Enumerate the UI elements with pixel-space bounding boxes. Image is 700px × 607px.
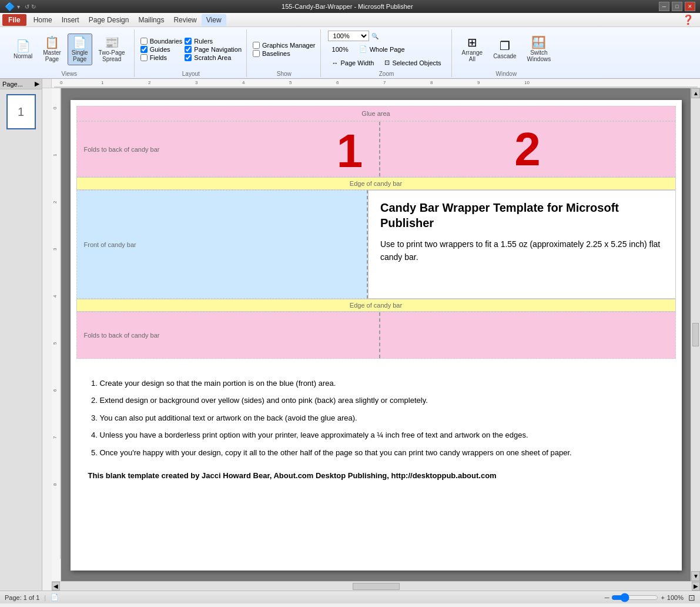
svg-text:6: 6 xyxy=(52,389,58,392)
title-bar: 🔷 ▾ ↺ ↻ 155-Candy-Bar-Wrapper - Microsof… xyxy=(0,0,700,13)
zoom-controls: ─ + 100% xyxy=(605,593,684,602)
layout-checkboxes-left: Boundaries Guides Fields xyxy=(140,35,183,64)
glue-area-label: Glue area xyxy=(361,110,390,117)
svg-text:7: 7 xyxy=(52,436,58,439)
zoom-group-label: Zoom xyxy=(379,71,394,77)
svg-text:3: 3 xyxy=(195,80,198,85)
switch-windows-icon: 🪟 xyxy=(531,36,546,48)
main-area: Page... ▶ 1 0 1 2 3 4 xyxy=(0,79,700,591)
front-label: Front of candy bar xyxy=(84,241,136,248)
help-icon[interactable]: ❓ xyxy=(679,13,698,26)
checkbox-graphics-manager[interactable]: Graphics Manager xyxy=(253,42,316,49)
page-panel-expand[interactable]: ▶ xyxy=(35,80,39,88)
graphics-manager-checkbox[interactable] xyxy=(253,42,260,49)
menu-item-home[interactable]: Home xyxy=(29,14,57,26)
rulers-checkbox[interactable] xyxy=(185,38,192,45)
window-title: 155-Candy-Bar-Wrapper - Microsoft Publis… xyxy=(36,3,659,10)
hscroll-thumb[interactable] xyxy=(353,583,400,590)
zoom-dropdown[interactable]: 100% 50% 75% 150% 200% xyxy=(328,31,369,41)
folds-back-top-label: Folds to back of candy bar xyxy=(84,146,160,153)
ribbon-btn-normal[interactable]: 📄 Normal xyxy=(9,37,36,62)
edge-bottom-label: Edge of candy bar xyxy=(350,302,402,309)
ribbon-btn-master-page[interactable]: 📋 MasterPage xyxy=(39,34,65,65)
svg-text:8: 8 xyxy=(430,80,433,85)
scratch-area-checkbox[interactable] xyxy=(185,54,192,61)
page-size-icon: 📄 xyxy=(51,593,59,601)
page-panel: Page... ▶ 1 xyxy=(0,79,42,591)
two-page-spread-icon: 📰 xyxy=(105,36,119,48)
checkbox-fields[interactable]: Fields xyxy=(140,54,183,61)
ribbon-btn-single-page[interactable]: 📄 SinglePage xyxy=(68,34,92,65)
status-divider: | xyxy=(44,594,46,601)
checkbox-rulers[interactable]: Rulers xyxy=(185,38,242,45)
checkbox-guides[interactable]: Guides xyxy=(140,46,183,53)
ribbon-btn-two-page-spread[interactable]: 📰 Two-PageSpread xyxy=(95,34,129,65)
page-info: Page: 1 of 1 xyxy=(5,594,39,601)
baselines-checkbox[interactable] xyxy=(253,50,260,57)
horizontal-scrollbar[interactable]: ◀ ▶ xyxy=(52,581,700,591)
zoom-out-button[interactable]: ─ xyxy=(605,594,609,601)
guides-checkbox[interactable] xyxy=(140,46,148,53)
page-panel-header: Page... ▶ xyxy=(0,79,42,89)
close-button[interactable]: ✕ xyxy=(685,2,695,11)
ribbon-group-zoom: 100% 50% 75% 150% 200% 🔍 100% xyxy=(322,29,452,77)
instruction-4: Unless you have a borderless print optio… xyxy=(100,428,664,442)
checkbox-baselines[interactable]: Baselines xyxy=(253,50,316,57)
ribbon: 📄 Normal 📋 MasterPage 📄 SinglePage 📰 Two… xyxy=(0,27,700,79)
zoom-slider[interactable] xyxy=(611,593,658,602)
minimize-button[interactable]: ─ xyxy=(659,2,669,11)
canvas-scroll[interactable]: Glue area Folds to back of candy bar 2 xyxy=(61,88,691,581)
ribbon-btn-selected-objects[interactable]: ⊡ Selected Objects xyxy=(380,57,445,68)
menu-item-view[interactable]: View xyxy=(202,14,226,26)
ribbon-btn-switch-windows[interactable]: 🪟 SwitchWindows xyxy=(523,34,555,65)
boundaries-checkbox[interactable] xyxy=(140,38,148,45)
page-navigation-checkbox[interactable] xyxy=(185,46,192,53)
section-number-1-container: 1 xyxy=(337,124,363,178)
page-canvas: Glue area Folds to back of candy bar 2 xyxy=(71,100,682,571)
zoom-in-button[interactable]: + xyxy=(661,594,664,601)
ribbon-btn-100pct[interactable]: 100% xyxy=(328,44,353,55)
vertical-scrollbar[interactable]: ▲ ▼ xyxy=(691,88,700,581)
window-controls[interactable]: ─ □ ✕ xyxy=(659,2,695,11)
hscroll-left[interactable]: ◀ xyxy=(52,582,60,591)
vscroll-up[interactable]: ▲ xyxy=(691,88,700,98)
svg-text:0: 0 xyxy=(52,106,58,109)
edge-bar-bottom: Edge of candy bar xyxy=(76,299,676,312)
page-thumbnail[interactable]: 1 xyxy=(6,94,36,129)
svg-text:4: 4 xyxy=(242,80,245,85)
ribbon-btn-page-width[interactable]: ↔ Page Width xyxy=(328,57,379,68)
hscroll-right[interactable]: ▶ xyxy=(692,582,700,591)
folds-back-bottom-label: Folds to back of candy bar xyxy=(84,332,160,339)
fit-page-button[interactable]: ⊡ xyxy=(688,593,695,602)
template-title: Candy Bar Wrapper Template for Microsoft… xyxy=(380,200,664,231)
menu-item-review[interactable]: Review xyxy=(169,14,201,26)
template-info-panel: Candy Bar Wrapper Template for Microsoft… xyxy=(368,190,676,299)
ribbon-btn-arrange-all[interactable]: ⊞ ArrangeAll xyxy=(458,34,487,65)
ribbon-btn-whole-page[interactable]: 📄 Whole Page xyxy=(355,44,409,55)
glue-area-section: Glue area xyxy=(76,106,676,121)
restore-button[interactable]: □ xyxy=(672,2,682,11)
fields-checkbox[interactable] xyxy=(140,54,148,61)
selected-objects-label: Selected Objects xyxy=(392,59,441,66)
folds-back-top-right: 2 xyxy=(380,122,675,176)
checkbox-scratch-area[interactable]: Scratch Area xyxy=(185,54,242,61)
checkbox-boundaries[interactable]: Boundaries xyxy=(140,38,183,45)
whole-page-label: Whole Page xyxy=(370,46,405,53)
menu-item-page-design[interactable]: Page Design xyxy=(84,14,134,26)
vscroll-thumb[interactable] xyxy=(692,323,699,346)
two-page-spread-label: Two-PageSpread xyxy=(99,49,125,62)
cascade-label: Cascade xyxy=(493,53,516,59)
instruction-1: Create your design so that the main port… xyxy=(100,376,664,390)
svg-text:10: 10 xyxy=(524,80,530,85)
menu-item-insert[interactable]: Insert xyxy=(57,14,84,26)
window-group-label: Window xyxy=(496,71,517,77)
zoom-icon: 🔍 xyxy=(371,33,379,39)
menu-item-file[interactable]: File xyxy=(2,14,26,26)
ribbon-btn-cascade[interactable]: ❐ Cascade xyxy=(489,37,520,62)
v-ruler: 0 1 2 3 4 5 6 7 8 xyxy=(52,88,61,581)
menu-item-mailings[interactable]: Mailings xyxy=(133,14,169,26)
vscroll-down[interactable]: ▼ xyxy=(691,571,700,581)
checkbox-page-navigation[interactable]: Page Navigation xyxy=(185,46,242,53)
page-panel-title: Page... xyxy=(2,81,23,88)
ribbon-group-views: 📄 Normal 📋 MasterPage 📄 SinglePage 📰 Two… xyxy=(5,29,135,77)
